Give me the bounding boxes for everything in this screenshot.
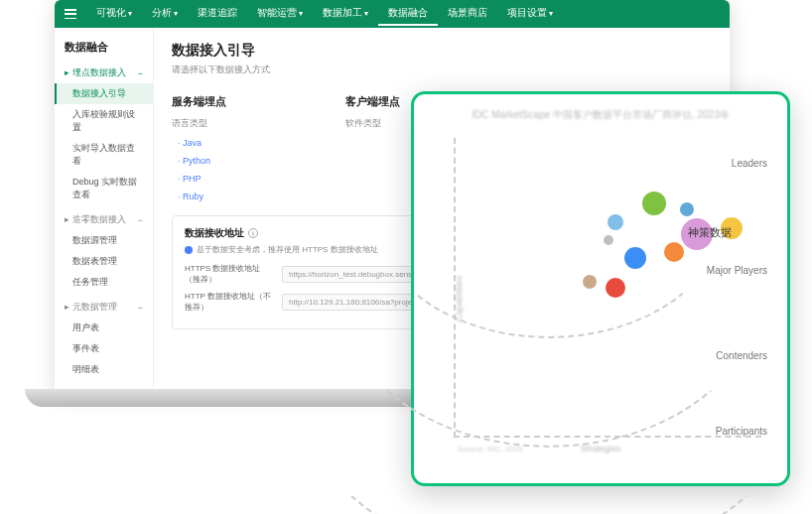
chevron-down-icon: ▾ <box>299 9 303 18</box>
sidebar-group-1[interactable]: ▸ 造零数据接入− <box>55 209 153 230</box>
quad-contenders: Contenders <box>716 350 767 361</box>
sidebar-item-1-1[interactable]: 数据表管理 <box>55 251 153 272</box>
sidebar: 数据融合 ▸ 埋点数据接入−数据接入引导入库校验规则设置实时导入数据查看Debu… <box>55 28 154 395</box>
topbar-item-6[interactable]: 场景商店 <box>438 2 497 26</box>
language-list: · Java· Python· PHP· Ruby <box>172 136 226 203</box>
marketscape-chart: Leaders Major Players Contenders Partici… <box>430 130 771 467</box>
sidebar-title: 数据融合 <box>55 36 153 59</box>
topbar-item-1[interactable]: 分析▾ <box>142 2 188 26</box>
topbar: 可视化▾分析▾渠道追踪智能运营▾数据加工▾数据融合场景商店项目设置▾ <box>55 0 730 28</box>
topbar-item-5[interactable]: 数据融合 <box>378 2 438 26</box>
lang-python[interactable]: · Python <box>172 154 226 168</box>
topbar-item-7[interactable]: 项目设置▾ <box>497 2 563 26</box>
topbar-item-4[interactable]: 数据加工▾ <box>313 2 378 26</box>
marketscape-overlay: IDC MarketScape 中国客户数据平台市场厂商评估, 2023年 Le… <box>411 91 790 486</box>
sidebar-item-1-2[interactable]: 任务管理 <box>55 272 153 293</box>
sidebar-item-0-2[interactable]: 实时导入数据查看 <box>55 138 153 172</box>
hint-dot-icon <box>185 246 193 254</box>
lang-java[interactable]: · Java <box>172 136 226 150</box>
sidebar-item-0-3[interactable]: Debug 实时数据查看 <box>55 172 153 205</box>
quad-leaders: Leaders <box>732 158 767 169</box>
chevron-down-icon: ▾ <box>174 9 178 18</box>
bubble-vendor5 <box>624 247 646 269</box>
url-label: HTTPS 数据接收地址（推荐） <box>185 263 276 285</box>
sidebar-group-0[interactable]: ▸ 埋点数据接入− <box>55 63 153 83</box>
endpoint-title: 服务端埋点 <box>172 94 226 109</box>
y-axis-label: Capabilities <box>454 276 464 322</box>
topbar-item-2[interactable]: 渠道追踪 <box>188 2 247 26</box>
endpoint-sub: 语言类型 <box>172 117 226 130</box>
chevron-down-icon: ▾ <box>128 9 132 18</box>
card-title-text: 数据接收地址 <box>185 226 244 240</box>
bubble-vendor4 <box>664 242 684 262</box>
chevron-down-icon: ▾ <box>549 9 553 18</box>
chevron-down-icon: ▾ <box>364 9 368 18</box>
lang-ruby[interactable]: · Ruby <box>172 190 226 203</box>
url-label: HTTP 数据接收地址（不推荐） <box>185 291 276 313</box>
quad-major: Major Players <box>707 265 767 276</box>
hamburger-icon[interactable] <box>65 9 76 19</box>
sidebar-item-2-2[interactable]: 明细表 <box>55 359 153 380</box>
sidebar-item-2-0[interactable]: 用户表 <box>55 318 153 338</box>
sidebar-item-2-1[interactable]: 事件表 <box>55 338 153 359</box>
topbar-item-0[interactable]: 可视化▾ <box>86 2 142 26</box>
bubble-vendor9 <box>583 275 597 289</box>
topbar-item-3[interactable]: 智能运营▾ <box>247 2 313 26</box>
sidebar-group-2[interactable]: ▸ 元数据管理− <box>55 297 153 318</box>
bubble-vendor6 <box>608 214 623 230</box>
endpoint-server: 服务端埋点 语言类型 · Java· Python· PHP· Ruby <box>172 94 226 203</box>
page-subtitle: 请选择以下数据接入方式 <box>172 64 712 76</box>
info-icon[interactable]: i <box>248 228 258 238</box>
bubble-vendor8 <box>606 278 625 298</box>
x-axis-label: Strategies <box>581 444 621 453</box>
quad-participants: Participants <box>716 426 767 437</box>
page-title: 数据接入引导 <box>172 42 712 60</box>
sidebar-item-0-0[interactable]: 数据接入引导 <box>55 83 153 104</box>
lang-php[interactable]: · PHP <box>172 172 226 186</box>
sidebar-item-0-1[interactable]: 入库校验规则设置 <box>55 104 153 138</box>
endpoint-title: 客户端埋点 <box>345 94 400 109</box>
endpoint-sub: 软件类型 <box>345 117 400 130</box>
sidebar-item-1-0[interactable]: 数据源管理 <box>55 230 153 251</box>
callout-sensors: 神策数据 <box>688 225 732 240</box>
chart-source: Source: IDC, 2023 <box>458 445 523 453</box>
